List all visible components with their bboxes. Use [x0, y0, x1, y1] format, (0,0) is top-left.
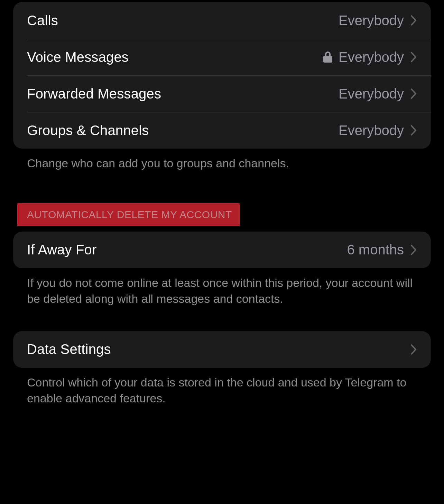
chevron-right-icon: [411, 88, 417, 99]
row-label: Calls: [27, 13, 58, 28]
chevron-right-icon: [411, 245, 417, 255]
chevron-right-icon: [411, 52, 417, 62]
privacy-footer: Change who can add you to groups and cha…: [13, 149, 431, 171]
privacy-group: Calls Everybody Voice Messages Everybody: [13, 2, 431, 149]
row-value: Everybody: [339, 49, 404, 65]
auto-delete-group: If Away For 6 months: [13, 232, 431, 268]
data-settings-group: Data Settings: [13, 331, 431, 368]
row-label: Groups & Channels: [27, 123, 149, 138]
chevron-right-icon: [411, 15, 417, 26]
row-label: If Away For: [27, 242, 97, 258]
row-label: Forwarded Messages: [27, 86, 161, 102]
row-forwarded-messages[interactable]: Forwarded Messages Everybody: [13, 75, 431, 112]
auto-delete-footer: If you do not come online at least once …: [13, 268, 431, 307]
row-right: [411, 344, 417, 355]
row-value: Everybody: [339, 13, 404, 28]
row-value: Everybody: [339, 86, 404, 102]
row-label: Data Settings: [27, 342, 111, 357]
data-settings-footer: Control which of your data is stored in …: [13, 368, 431, 407]
row-if-away-for[interactable]: If Away For 6 months: [13, 232, 431, 268]
row-right: Everybody: [339, 123, 417, 138]
auto-delete-header: AUTOMATICALLY DELETE MY ACCOUNT: [13, 203, 431, 232]
row-voice-messages[interactable]: Voice Messages Everybody: [13, 39, 431, 75]
row-value: Everybody: [339, 123, 404, 138]
row-calls[interactable]: Calls Everybody: [13, 2, 431, 39]
row-value: 6 months: [347, 242, 404, 258]
row-label: Voice Messages: [27, 49, 129, 65]
row-right: 6 months: [347, 242, 417, 258]
header-highlight: AUTOMATICALLY DELETE MY ACCOUNT: [17, 203, 240, 226]
chevron-right-icon: [411, 344, 417, 355]
row-data-settings[interactable]: Data Settings: [13, 331, 431, 368]
row-right: Everybody: [323, 49, 417, 65]
row-groups-channels[interactable]: Groups & Channels Everybody: [13, 112, 431, 149]
row-right: Everybody: [339, 86, 417, 102]
chevron-right-icon: [411, 125, 417, 136]
row-right: Everybody: [339, 13, 417, 28]
lock-icon: [323, 52, 332, 63]
